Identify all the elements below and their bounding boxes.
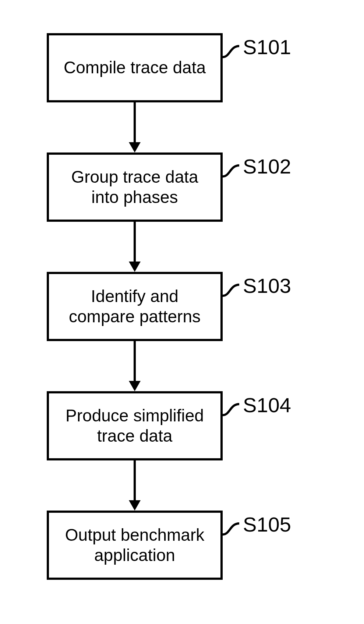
- step-text: Output benchmarkapplication: [65, 525, 204, 565]
- step-box-s104: Produce simplifiedtrace data: [47, 391, 223, 460]
- step-box-s101: Compile trace data: [47, 33, 223, 102]
- arrow-head: [129, 381, 141, 391]
- arrow-head: [129, 262, 141, 272]
- step-text: Compile trace data: [64, 57, 206, 78]
- arrow-line: [134, 341, 136, 382]
- step-text: Identify andcompare patterns: [69, 286, 201, 327]
- step-text: Group trace datainto phases: [71, 167, 198, 207]
- step-label-s101: S101: [243, 37, 291, 57]
- arrow-head: [129, 500, 141, 511]
- step-label-s105: S105: [243, 514, 291, 535]
- flowchart-canvas: Compile trace data S101 Group trace data…: [0, 0, 364, 624]
- step-box-s102: Group trace datainto phases: [47, 153, 223, 222]
- arrow-line: [134, 222, 136, 262]
- arrow-head: [129, 142, 141, 153]
- step-label-s102: S102: [243, 156, 291, 177]
- arrow-line: [134, 102, 136, 143]
- step-label-s104: S104: [243, 395, 291, 416]
- step-box-s105: Output benchmarkapplication: [47, 511, 223, 580]
- arrow-line: [134, 460, 136, 501]
- step-box-s103: Identify andcompare patterns: [47, 272, 223, 341]
- step-label-s103: S103: [243, 276, 291, 296]
- step-text: Produce simplifiedtrace data: [66, 406, 204, 446]
